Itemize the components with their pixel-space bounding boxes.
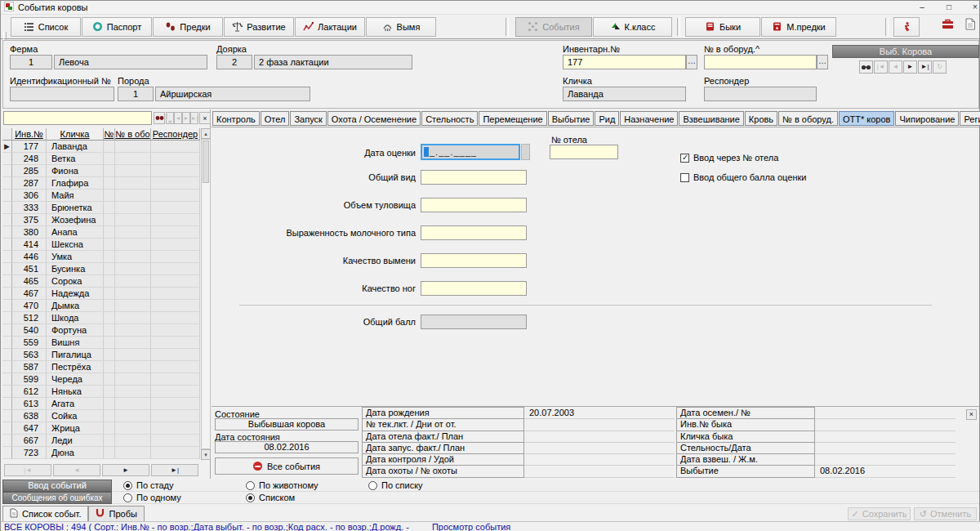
search-clear-button[interactable]: ×: [199, 112, 211, 124]
table-row[interactable]: 723Дюна: [2, 447, 200, 459]
event-tab[interactable]: Выбытие: [548, 111, 595, 126]
table-row[interactable]: 587Пестрёха: [2, 361, 200, 373]
event-tab[interactable]: Отел: [261, 111, 290, 126]
table-row[interactable]: 638Сойка: [2, 410, 200, 422]
event-tab[interactable]: Чипирование: [895, 111, 959, 126]
column-header-obo[interactable]: № в обо: [115, 128, 151, 140]
table-row[interactable]: 599Череда: [2, 373, 200, 386]
date-spinner[interactable]: [521, 144, 530, 160]
document-icon[interactable]: [965, 18, 976, 32]
radio-icon[interactable]: [368, 481, 377, 490]
checkbox-row-1[interactable]: Ввод через № отела: [680, 153, 778, 163]
score-field-input[interactable]: [421, 225, 527, 240]
table-row[interactable]: 248Ветка: [2, 153, 200, 165]
binoculars-icon[interactable]: [859, 60, 873, 74]
toolbar-button-list[interactable]: Список: [11, 17, 81, 37]
column-header-inv[interactable]: Инв.№: [12, 128, 47, 140]
radio-option[interactable]: Списком: [246, 493, 295, 502]
column-header-name[interactable]: Кличка: [47, 128, 104, 140]
table-row[interactable]: 647Жрица: [2, 422, 200, 435]
date-input[interactable]: _.__.____: [421, 144, 520, 160]
event-tab[interactable]: № в оборуд.: [778, 111, 838, 126]
table-row[interactable]: 512Шкода: [2, 312, 200, 324]
table-row[interactable]: 563Пигалица: [2, 349, 200, 361]
event-tab[interactable]: ОТТ* коров: [839, 111, 894, 126]
toolbar-button-passport[interactable]: Паспорт: [82, 17, 152, 37]
table-row[interactable]: 287Глафира: [2, 177, 200, 190]
event-tab[interactable]: Контроль: [212, 111, 260, 126]
search-input[interactable]: [3, 111, 152, 125]
tab-event-list[interactable]: Список событ.: [2, 506, 88, 521]
radio-icon[interactable]: [246, 493, 255, 502]
table-row[interactable]: 446Умка: [2, 251, 200, 263]
event-tab[interactable]: Кровь: [745, 111, 777, 126]
table-row[interactable]: 414Шексна: [2, 239, 200, 251]
event-tab[interactable]: Перемещение: [479, 111, 546, 126]
checkbox-row-2[interactable]: Ввод общего балла оценки: [680, 172, 806, 182]
event-tab[interactable]: Рид: [595, 111, 619, 126]
radio-option[interactable]: По одному: [123, 493, 181, 502]
column-header-resp[interactable]: Респондер: [151, 128, 200, 140]
radio-icon[interactable]: [123, 493, 132, 502]
tab-samples[interactable]: Пробы: [88, 506, 144, 521]
table-row[interactable]: 465Сорока: [2, 275, 200, 288]
checkbox-total-score[interactable]: [680, 173, 689, 182]
table-row[interactable]: 540Фортуна: [2, 324, 200, 337]
radio-option[interactable]: По стаду: [123, 480, 174, 490]
table-row[interactable]: 451Бусинка: [2, 263, 200, 275]
toolbar-button-class[interactable]: К.класс: [593, 17, 672, 37]
score-field-input[interactable]: [421, 198, 527, 212]
table-row[interactable]: ►177Лаванда: [2, 141, 200, 153]
nav-button[interactable]: ►: [903, 60, 917, 74]
event-tab[interactable]: Назначение: [620, 111, 678, 126]
scroll-down-arrow[interactable]: ▼: [201, 449, 211, 460]
all-events-button[interactable]: Все события: [215, 457, 359, 475]
toolbar-button-udder[interactable]: Вымя: [366, 17, 436, 37]
table-row[interactable]: 667Леди: [2, 435, 200, 447]
inventory-more-button[interactable]: …: [686, 55, 697, 69]
scrollbar-thumb[interactable]: [203, 141, 209, 183]
event-tab[interactable]: Взвешивание: [679, 111, 743, 126]
table-row[interactable]: 559Вишня: [2, 337, 200, 349]
equipment-more-button[interactable]: …: [817, 55, 828, 69]
radio-option[interactable]: По животному: [246, 480, 318, 490]
score-field-input[interactable]: [421, 170, 527, 185]
pager-button[interactable]: ►|: [151, 464, 198, 476]
calving-no-input[interactable]: [550, 145, 618, 159]
minimize-button[interactable]: –: [910, 1, 934, 14]
inventory-input[interactable]: 177: [563, 55, 686, 69]
close-button[interactable]: ×: [963, 1, 980, 14]
table-row[interactable]: 333Брюнетка: [2, 202, 200, 214]
nav-button[interactable]: ►|: [918, 60, 932, 74]
table-row[interactable]: 470Дымка: [2, 300, 200, 312]
toolbar-button-lactations[interactable]: Лактации: [295, 17, 365, 37]
find-button[interactable]: [154, 112, 165, 124]
table-row[interactable]: 285Фиона: [2, 165, 200, 177]
score-field-input[interactable]: [421, 253, 527, 268]
event-tab[interactable]: Запуск: [290, 111, 326, 126]
close-info-icon[interactable]: ×: [966, 409, 977, 420]
toolbar-button-m-ancestors[interactable]: М.предки: [761, 17, 836, 37]
table-row[interactable]: 467Надежда: [2, 288, 200, 300]
column-header-no[interactable]: №: [104, 128, 115, 140]
table-row[interactable]: 612Нянька: [2, 386, 200, 398]
toolbar-button-development[interactable]: Развитие: [224, 17, 294, 37]
radio-option[interactable]: По списку: [368, 480, 423, 490]
equipment-no-input[interactable]: [704, 55, 817, 69]
toolbar-button-bulls[interactable]: Быки: [685, 17, 760, 37]
vertical-scrollbar[interactable]: [201, 139, 211, 449]
score-field-input[interactable]: [421, 281, 527, 296]
event-tab[interactable]: Регистрация: [960, 111, 980, 126]
table-row[interactable]: 613Агата: [2, 398, 200, 410]
pager-button[interactable]: ►: [102, 464, 149, 476]
event-tab[interactable]: Стельность: [421, 111, 478, 126]
radio-icon[interactable]: [246, 481, 255, 490]
radio-icon[interactable]: [123, 481, 132, 490]
exit-button[interactable]: [893, 17, 920, 37]
table-row[interactable]: 380Анапа: [2, 226, 200, 239]
event-tab[interactable]: Охота / Осеменение: [327, 111, 421, 126]
maximize-button[interactable]: □: [937, 1, 961, 14]
archive-icon[interactable]: [942, 18, 955, 31]
checkbox-via-calving[interactable]: [680, 154, 689, 163]
table-row[interactable]: 306Майя: [2, 190, 200, 202]
